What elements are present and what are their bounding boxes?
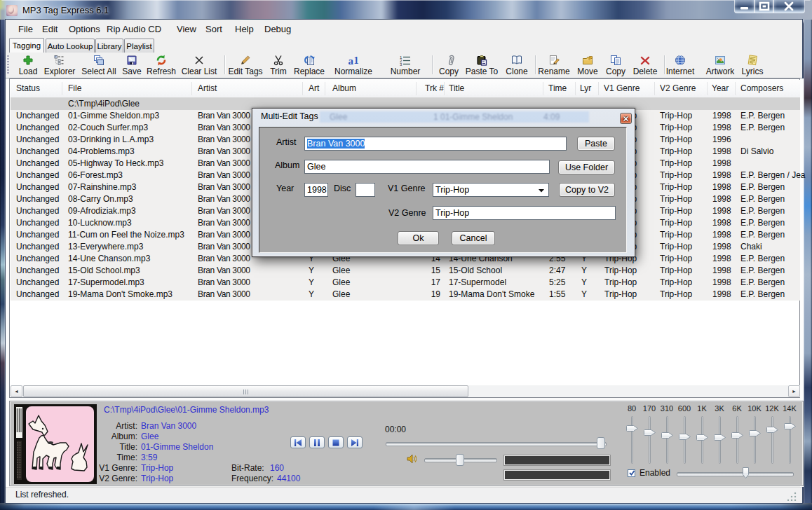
svg-text:1: 1: [354, 55, 359, 66]
svg-text:3: 3: [400, 62, 402, 67]
svg-text:a: a: [349, 55, 354, 67]
